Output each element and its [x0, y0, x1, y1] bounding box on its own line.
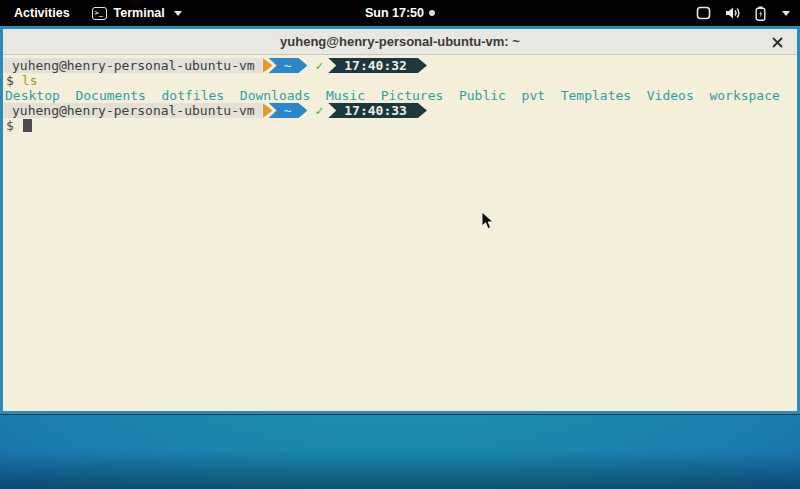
prompt-symbol: $	[3, 73, 14, 88]
battery-charging-icon	[755, 6, 766, 21]
window-titlebar[interactable]: yuheng@henry-personal-ubuntu-vm: ~	[3, 29, 797, 55]
ls-output: Desktop Documents dotfiles Downloads Mus…	[3, 88, 797, 103]
prompt-directory-badge: ~	[269, 103, 308, 118]
prompt-timestamp-badge: 17:40:33	[328, 103, 427, 118]
status-check-icon: ✓	[315, 103, 323, 118]
prompt-timestamp-badge: 17:40:32	[328, 58, 427, 73]
text-cursor-block	[23, 119, 32, 132]
notification-dot-icon	[429, 10, 435, 16]
chevron-down-icon	[174, 11, 182, 16]
activities-button[interactable]: Activities	[10, 6, 74, 20]
top-bar: Activities >_ Terminal Sun 17:50	[0, 0, 800, 26]
prompt-line: yuheng@henry-personal-ubuntu-vm ~ ✓ 17:4…	[3, 103, 797, 118]
close-button[interactable]	[767, 32, 787, 52]
prompt-directory-badge: ~	[269, 58, 308, 73]
display-icon	[696, 6, 711, 20]
terminal-app-icon: >_	[92, 7, 107, 20]
close-icon	[772, 37, 783, 48]
prompt-line: yuheng@henry-personal-ubuntu-vm ~ ✓ 17:4…	[3, 58, 797, 73]
app-menu[interactable]: >_ Terminal	[92, 6, 182, 20]
current-input-line[interactable]: $	[3, 118, 797, 133]
window-title: yuheng@henry-personal-ubuntu-vm: ~	[280, 34, 520, 49]
status-check-icon: ✓	[315, 58, 323, 73]
app-menu-label: Terminal	[114, 6, 165, 20]
clock[interactable]: Sun 17:50	[365, 6, 424, 20]
prompt-symbol: $	[3, 118, 14, 133]
terminal-output-area[interactable]: yuheng@henry-personal-ubuntu-vm ~ ✓ 17:4…	[3, 55, 797, 411]
system-status-area[interactable]	[696, 0, 800, 26]
prompt-user-host: yuheng@henry-personal-ubuntu-vm	[3, 58, 262, 73]
typed-command: ls	[14, 73, 38, 88]
command-line: $ ls	[3, 73, 797, 88]
chevron-down-icon	[782, 11, 790, 16]
volume-icon	[725, 6, 741, 20]
prompt-user-host: yuheng@henry-personal-ubuntu-vm	[3, 103, 262, 118]
terminal-window: yuheng@henry-personal-ubuntu-vm: ~ yuhen…	[0, 26, 800, 414]
